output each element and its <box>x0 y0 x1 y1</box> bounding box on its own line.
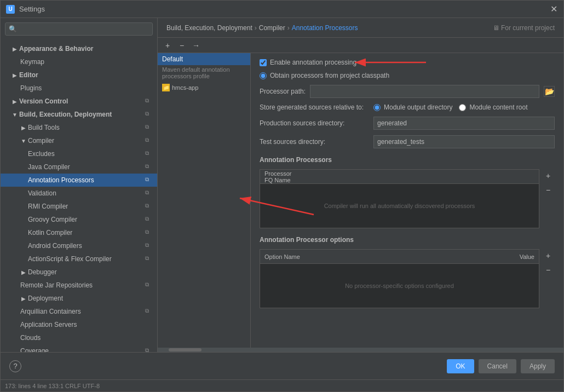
browse-button[interactable]: 📂 <box>544 86 555 97</box>
apply-button[interactable]: Apply <box>521 359 555 373</box>
folder-icon: 📁 <box>162 84 170 91</box>
sidebar-item-label: Kotlin Compiler <box>28 229 145 237</box>
copy-icon: ⧉ <box>145 242 153 250</box>
sidebar-item-deployment[interactable]: ▶ Deployment <box>1 292 157 305</box>
sidebar-item-validation[interactable]: Validation ⧉ <box>1 187 157 200</box>
breadcrumb-part-3: Annotation Processors <box>292 24 358 32</box>
expand-arrow: ▶ <box>20 124 27 131</box>
close-button[interactable]: ✕ <box>549 5 558 14</box>
search-box[interactable]: 🔍 <box>5 22 153 36</box>
sidebar-item-label: ActionScript & Flex Compiler <box>28 255 145 263</box>
horizontal-scrollbar[interactable] <box>158 348 251 352</box>
sidebar-item-label: Debugger <box>28 268 153 276</box>
cancel-button[interactable]: Cancel <box>479 359 516 373</box>
bottom-buttons: OK Cancel Apply <box>447 359 555 373</box>
sidebar-item-label: Editor <box>19 71 153 79</box>
hmcs-app-label: hmcs-app <box>172 84 198 91</box>
copy-icon: ⧉ <box>145 176 153 184</box>
sidebar-item-label: Clouds <box>20 334 153 342</box>
sidebar-item-keymap[interactable]: Keymap <box>1 55 157 68</box>
test-sources-input[interactable] <box>373 135 555 148</box>
copy-icon: ⧉ <box>145 347 153 352</box>
sidebar-item-build-execution[interactable]: ▼ Build, Execution, Deployment ⧉ <box>1 108 157 121</box>
processor-path-input[interactable] <box>310 85 539 98</box>
annotation-processors-table-wrapper: Processor FQ Name Compiler will run all … <box>260 169 555 228</box>
app-icon: U <box>6 5 15 14</box>
sources-radio-group: Module output directory Module content r… <box>373 103 527 111</box>
sidebar-item-arquillian[interactable]: Arquillian Containers ⧉ <box>1 305 157 318</box>
copy-icon: ⧉ <box>145 308 153 315</box>
sidebar-item-version-control[interactable]: ▶ Version Control ⧉ <box>1 95 157 108</box>
annotation-options-table-actions: + − <box>542 249 555 308</box>
option-name-col: Option Name <box>260 250 515 263</box>
sidebar-item-label: Validation <box>28 189 145 197</box>
sidebar-item-remote-jar[interactable]: Remote Jar Repositories ⧉ <box>1 279 157 292</box>
expand-arrow: ▶ <box>20 295 27 302</box>
sidebar-item-label: Coverage <box>20 347 145 352</box>
production-sources-input[interactable] <box>373 117 555 130</box>
sidebar-item-label: Android Compilers <box>28 242 145 250</box>
add-processor-button[interactable]: + <box>542 169 555 182</box>
enable-annotation-checkbox[interactable] <box>260 59 267 66</box>
profile-tree-item-hmcs[interactable]: 📁 hmcs-app <box>160 83 248 93</box>
sidebar-item-rmi-compiler[interactable]: RMI Compiler ⧉ <box>1 200 157 213</box>
search-icon: 🔍 <box>9 25 17 33</box>
bottom-bar-left: ? <box>9 360 21 372</box>
search-input[interactable] <box>19 25 149 33</box>
sidebar-item-actionscript[interactable]: ActionScript & Flex Compiler ⧉ <box>1 252 157 266</box>
annotation-options-section: Annotation Processor options <box>260 236 555 244</box>
breadcrumb: Build, Execution, Deployment › Compiler … <box>158 18 563 38</box>
navigate-button[interactable]: → <box>191 40 202 51</box>
remove-processor-button[interactable]: − <box>542 183 555 197</box>
copy-icon: ⧉ <box>145 163 153 171</box>
module-output-row: Module output directory <box>373 103 452 111</box>
sidebar-item-kotlin-compiler[interactable]: Kotlin Compiler ⧉ <box>1 226 157 239</box>
sidebar-item-coverage[interactable]: Coverage ⧉ <box>1 344 157 352</box>
sidebar-item-build-tools[interactable]: ▶ Build Tools ⧉ <box>1 121 157 134</box>
copy-icon: ⧉ <box>145 137 153 145</box>
add-option-button[interactable]: + <box>542 249 555 262</box>
profile-default[interactable]: Default <box>158 53 250 65</box>
copy-icon: ⧉ <box>145 216 153 223</box>
module-content-radio[interactable] <box>459 104 466 111</box>
sources-label: Store generated sources relative to: <box>260 103 369 111</box>
sidebar-item-label: RMI Compiler <box>28 203 145 210</box>
module-output-radio[interactable] <box>373 104 381 111</box>
help-button[interactable]: ? <box>9 360 21 372</box>
ok-button[interactable]: OK <box>447 359 474 373</box>
panel-toolbar: + − → <box>158 38 563 53</box>
status-bar: 173: lines 4 line 133:1 CRLF UTF-8 <box>1 379 563 391</box>
panel-split: Default Maven default annotation process… <box>158 53 563 352</box>
remove-profile-button[interactable]: − <box>176 40 187 51</box>
bottom-bar: ? OK Cancel Apply <box>1 352 563 379</box>
sidebar-item-plugins[interactable]: Plugins <box>1 82 157 95</box>
window-title: Settings <box>19 5 45 13</box>
sidebar-item-label: Annotation Processors <box>28 176 145 184</box>
sidebar-item-annotation-processors[interactable]: Annotation Processors ⧉ <box>1 174 157 187</box>
settings-panel: Enable annotation processing Obtain proc… <box>251 53 563 352</box>
expand-arrow: ▼ <box>20 137 27 144</box>
add-profile-button[interactable]: + <box>162 40 173 51</box>
sidebar-item-android-compilers[interactable]: Android Compilers ⧉ <box>1 239 157 252</box>
sidebar-item-groovy-compiler[interactable]: Groovy Compiler ⧉ <box>1 213 157 226</box>
sidebar-list: ▶ Appearance & Behavior Keymap ▶ Editor … <box>1 40 157 352</box>
module-content-label: Module content root <box>469 103 527 111</box>
sidebar-item-editor[interactable]: ▶ Editor <box>1 68 157 82</box>
sidebar-item-java-compiler[interactable]: Java Compiler ⧉ <box>1 160 157 174</box>
title-bar-left: U Settings <box>6 5 45 14</box>
sidebar-item-compiler[interactable]: ▼ Compiler ⧉ <box>1 134 157 147</box>
sources-relative-row: Store generated sources relative to: Mod… <box>260 103 555 111</box>
sidebar-item-application-servers[interactable]: Application Servers <box>1 318 157 331</box>
obtain-processors-radio[interactable] <box>260 72 267 79</box>
sidebar-item-label: Deployment <box>28 295 153 302</box>
title-bar: U Settings ✕ <box>1 1 563 18</box>
sidebar-item-label: Remote Jar Repositories <box>20 281 145 289</box>
sidebar-item-debugger[interactable]: ▶ Debugger <box>1 266 157 279</box>
sidebar-item-clouds[interactable]: Clouds <box>1 331 157 344</box>
processor-path-label: Processor path: <box>260 88 306 95</box>
sidebar-item-excludes[interactable]: Excludes ⧉ <box>1 147 157 160</box>
sidebar-item-label: Keymap <box>20 58 153 66</box>
processor-path-row: Processor path: 📂 <box>260 85 555 98</box>
sidebar-item-appearance-behavior[interactable]: ▶ Appearance & Behavior <box>1 42 157 55</box>
remove-option-button[interactable]: − <box>542 263 555 276</box>
